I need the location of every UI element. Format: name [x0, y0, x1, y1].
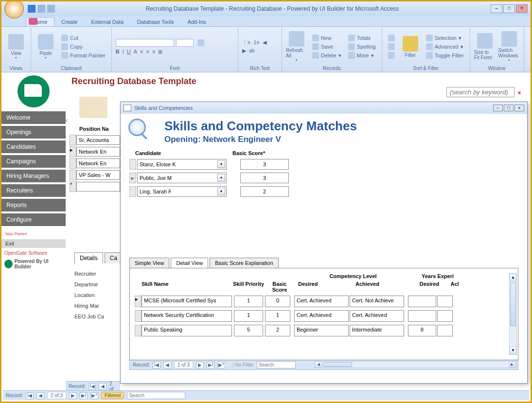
- nav-prev-button[interactable]: ◀: [36, 392, 44, 399]
- sidebar-item-campaigns[interactable]: Campaigns: [1, 155, 66, 168]
- row-selector[interactable]: [135, 310, 142, 322]
- row-selector[interactable]: ▸: [70, 146, 76, 157]
- nav-prev-button[interactable]: ◀: [163, 362, 171, 368]
- position-input[interactable]: [76, 182, 120, 192]
- new-button[interactable]: New: [310, 34, 343, 42]
- switch-windows-button[interactable]: Switch Windows▾: [498, 29, 520, 65]
- nav-pane-button[interactable]: Nav Pane<: [1, 230, 66, 238]
- skill-priority-cell[interactable]: 5: [234, 325, 263, 336]
- years-achieved-cell[interactable]: [437, 310, 453, 322]
- copy-button[interactable]: Copy: [59, 43, 107, 51]
- row-selector[interactable]: [70, 158, 76, 169]
- nav-next-button[interactable]: ▶: [196, 362, 204, 368]
- skill-score-cell[interactable]: 0: [265, 296, 290, 307]
- skill-name-cell[interactable]: Public Speaking: [142, 325, 232, 336]
- exit-button[interactable]: Exit: [1, 239, 66, 248]
- search-records-input[interactable]: [127, 392, 185, 399]
- tab-database-tools[interactable]: Database Tools: [130, 18, 181, 26]
- view-button[interactable]: View▾: [5, 29, 27, 65]
- scroll-right-button[interactable]: ▶: [509, 362, 515, 368]
- nav-new-button[interactable]: ▶*: [217, 362, 225, 368]
- years-desired-cell[interactable]: 8: [408, 325, 436, 336]
- sort-asc-button[interactable]: [386, 34, 397, 42]
- fit-form-button[interactable]: Size to Fit Form: [474, 29, 496, 65]
- toggle-filter-button[interactable]: Toggle Filter: [424, 52, 466, 59]
- sidebar-item-reports[interactable]: Reports: [1, 199, 66, 211]
- bold-button[interactable]: B: [116, 49, 120, 55]
- row-selector-new[interactable]: *: [70, 181, 76, 192]
- font-family-select[interactable]: [116, 39, 174, 47]
- skill-name-cell[interactable]: MCSE (Microsoft Certified Sys: [142, 296, 232, 307]
- bullets-button[interactable]: ⋮≡: [242, 39, 250, 46]
- collapse-handle[interactable]: ‹: [66, 116, 68, 124]
- sidebar-item-welcome[interactable]: Welcome: [1, 111, 66, 124]
- scroll-left-button[interactable]: ◀: [315, 362, 322, 368]
- nav-new-button[interactable]: ▶*: [90, 392, 98, 399]
- desired-cell[interactable]: Beginner: [294, 325, 349, 336]
- format-painter-button[interactable]: Format Painter: [59, 52, 107, 59]
- delete-button[interactable]: Delete ▾: [310, 52, 343, 59]
- skill-priority-cell[interactable]: 1: [234, 296, 263, 307]
- scroll-up-button[interactable]: ▲: [510, 274, 516, 281]
- candidate-select[interactable]: Public, Joe M▾: [137, 173, 227, 183]
- sidebar-item-configure[interactable]: Configure: [1, 213, 66, 226]
- row-selector[interactable]: ▸: [135, 296, 142, 307]
- align-right-button[interactable]: ≡: [152, 49, 155, 55]
- search-records-input[interactable]: [257, 361, 296, 368]
- selection-button[interactable]: Selection ▾: [424, 34, 466, 42]
- row-selector[interactable]: [129, 173, 136, 183]
- paste-button[interactable]: Paste▾: [35, 29, 56, 65]
- tab-basic-score-explanation[interactable]: Basic Score Explanation: [210, 258, 278, 268]
- sidebar-item-openings[interactable]: Openings: [1, 126, 66, 139]
- nav-next-button[interactable]: ▶: [69, 392, 77, 399]
- vertical-scrollbar[interactable]: ▲▼: [509, 273, 517, 355]
- position-input[interactable]: [76, 135, 120, 145]
- align-left-button[interactable]: ≡: [140, 49, 143, 55]
- row-selector[interactable]: [129, 159, 136, 170]
- achieved-cell[interactable]: Cert. Not Achieve: [350, 296, 404, 307]
- textdir-button[interactable]: ab: [249, 48, 255, 54]
- skill-score-cell[interactable]: 2: [265, 325, 290, 336]
- nav-last-button[interactable]: ▶I: [80, 392, 88, 399]
- sidebar-item-hiring-managers[interactable]: Hiring Managers: [1, 170, 66, 182]
- indent-dec-button[interactable]: ◀: [263, 39, 266, 46]
- align-center-button[interactable]: ≡: [146, 49, 149, 55]
- tab-details[interactable]: Details: [74, 252, 103, 263]
- font-color-button[interactable]: [195, 39, 206, 47]
- save-rec-button[interactable]: Save: [310, 43, 343, 51]
- row-selector[interactable]: [70, 170, 76, 180]
- modal-minimize-button[interactable]: –: [493, 105, 503, 111]
- sidebar-item-candidates[interactable]: Candidates: [1, 140, 66, 153]
- nav-last-button[interactable]: ▶I: [207, 362, 214, 368]
- nav-prev-button[interactable]: ◀: [99, 383, 106, 390]
- candidate-select[interactable]: Ling, Sarah F▾: [137, 186, 227, 197]
- achieved-cell[interactable]: Cert. Achieved: [350, 310, 404, 322]
- scroll-down-button[interactable]: ▼: [510, 347, 516, 354]
- search-clear-button[interactable]: x: [518, 89, 521, 95]
- years-achieved-cell[interactable]: [437, 325, 453, 336]
- skill-score-cell[interactable]: 1: [265, 310, 290, 322]
- position-input[interactable]: [76, 158, 120, 168]
- desired-cell[interactable]: Cert. Achieved: [294, 310, 349, 322]
- skill-name-cell[interactable]: Network Security Certification: [142, 310, 232, 322]
- tab-external-data[interactable]: External Data: [84, 18, 130, 26]
- candidate-select[interactable]: Stanz, Eloise K▾: [137, 159, 227, 170]
- underline-button[interactable]: U: [127, 49, 131, 55]
- modal-maximize-button[interactable]: □: [504, 105, 514, 111]
- spelling-button[interactable]: Spelling: [346, 43, 378, 51]
- years-desired-cell[interactable]: [408, 310, 436, 322]
- filter-button[interactable]: Filter: [400, 29, 421, 65]
- filtered-badge[interactable]: Filtered: [101, 392, 124, 399]
- position-input[interactable]: [76, 170, 120, 180]
- tab-simple-view[interactable]: Simple View: [129, 258, 169, 268]
- years-desired-cell[interactable]: [408, 296, 436, 307]
- achieved-cell[interactable]: Intermediate: [350, 325, 404, 336]
- tab-create[interactable]: Create: [54, 18, 84, 26]
- maximize-button[interactable]: □: [503, 4, 515, 13]
- indent-inc-button[interactable]: ▶: [242, 48, 246, 54]
- advanced-button[interactable]: Advanced ▾: [424, 43, 466, 51]
- tab-detail-view[interactable]: Detail View: [171, 258, 208, 268]
- horizontal-scrollbar[interactable]: ◀▶: [315, 361, 516, 368]
- row-selector[interactable]: [129, 186, 136, 197]
- nav-first-button[interactable]: I◀: [153, 362, 160, 368]
